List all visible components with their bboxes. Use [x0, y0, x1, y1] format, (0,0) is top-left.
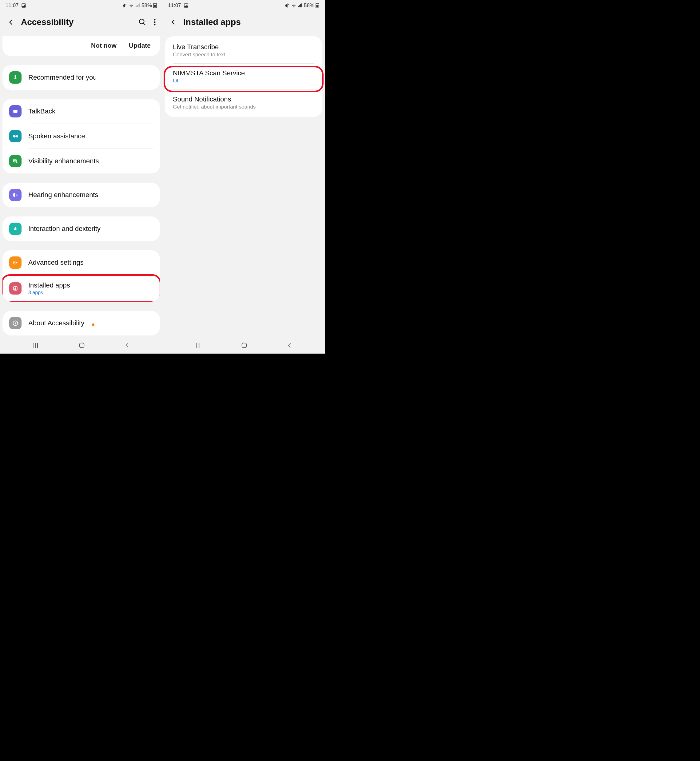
item-sub: Get notified about important sounds [173, 104, 314, 110]
phone-right: 11:07 58% Installed apps Live Transcribe… [162, 0, 325, 354]
apps-list: Live Transcribe Convert speech to text N… [165, 36, 322, 117]
svg-point-9 [154, 19, 156, 20]
row-label: Installed apps [28, 281, 153, 289]
list-item-nimmsta[interactable]: NIMMSTA Scan Service Off [165, 64, 322, 89]
svg-rect-13 [13, 110, 17, 113]
svg-rect-1 [136, 6, 136, 7]
page-title: Installed apps [183, 17, 318, 27]
row-sublabel: 3 apps [28, 290, 153, 295]
status-bar: 11:07 58% [162, 0, 325, 11]
update-bar: Not now Update [2, 36, 160, 56]
home-button[interactable] [241, 342, 248, 349]
row-spoken[interactable]: Spoken assistance [2, 124, 160, 148]
back-nav-button[interactable] [124, 342, 130, 348]
hearing-icon [9, 189, 22, 201]
battery-icon [316, 3, 319, 8]
signal-icon [298, 3, 303, 8]
row-interaction[interactable]: Interaction and dexterity [2, 217, 160, 241]
row-label: About Accessibility [28, 319, 153, 327]
battery-icon [153, 3, 157, 8]
item-title: Sound Notifications [173, 95, 314, 103]
svg-point-14 [13, 135, 16, 137]
signal-icon [135, 3, 140, 8]
svg-rect-31 [242, 343, 247, 348]
back-button[interactable] [169, 18, 178, 27]
svg-rect-26 [300, 4, 301, 7]
list-item[interactable]: Sound Notifications Get notified about i… [165, 90, 322, 115]
row-recommended[interactable]: Recommended for you [2, 65, 160, 90]
status-bar: 11:07 58% [0, 0, 162, 11]
item-title: Live Transcribe [173, 43, 314, 51]
svg-point-20 [15, 321, 16, 323]
person-icon [9, 71, 22, 84]
battery-percent: 58% [304, 2, 314, 9]
row-installed-apps[interactable]: Installed apps 3 apps [2, 275, 160, 302]
row-label: Hearing enhancements [28, 191, 153, 199]
svg-point-17 [14, 262, 16, 263]
row-label: Advanced settings [28, 259, 153, 267]
svg-rect-21 [15, 323, 16, 324]
svg-rect-2 [137, 5, 138, 7]
status-time: 11:07 [168, 2, 181, 9]
row-label: TalkBack [28, 107, 153, 115]
update-button[interactable]: Update [129, 42, 151, 49]
svg-point-10 [154, 22, 156, 23]
wifi-icon [291, 3, 297, 8]
row-label: Recommended for you [28, 73, 153, 81]
svg-rect-25 [299, 5, 300, 7]
svg-rect-24 [298, 6, 298, 7]
row-talkback[interactable]: TalkBack [2, 99, 160, 123]
interaction-icon [9, 223, 22, 235]
wifi-icon [128, 3, 134, 8]
battery-percent: 58% [141, 2, 152, 9]
svg-point-12 [14, 75, 16, 77]
home-button[interactable] [78, 342, 85, 349]
recents-button[interactable] [194, 342, 202, 349]
not-now-button[interactable]: Not now [91, 42, 117, 49]
more-icon[interactable] [154, 19, 156, 26]
row-label: Interaction and dexterity [28, 225, 153, 233]
header: Accessibility [0, 11, 162, 36]
row-advanced[interactable]: Advanced settings [2, 250, 160, 275]
svg-point-8 [139, 19, 144, 24]
picture-icon [21, 3, 26, 8]
svg-rect-4 [139, 3, 139, 7]
row-label: Spoken assistance [28, 132, 153, 140]
back-nav-button[interactable] [287, 342, 293, 348]
mute-icon [285, 3, 290, 8]
recents-button[interactable] [32, 342, 39, 349]
item-sub: Convert speech to text [173, 51, 314, 58]
visibility-icon [9, 155, 22, 167]
svg-rect-30 [316, 5, 319, 8]
about-icon [9, 317, 22, 329]
nav-bar [0, 337, 162, 354]
item-sub: Off [173, 78, 314, 84]
header: Installed apps [162, 11, 325, 36]
row-visibility[interactable]: Visibility enhancements [2, 149, 160, 173]
svg-rect-22 [80, 343, 84, 348]
notification-dot [92, 323, 94, 326]
svg-rect-7 [154, 5, 156, 8]
status-time: 11:07 [6, 2, 19, 9]
talkback-icon [9, 105, 22, 117]
nav-bar [162, 337, 325, 354]
item-title: NIMMSTA Scan Service [173, 69, 314, 77]
list-item[interactable]: Live Transcribe Convert speech to text [165, 37, 322, 63]
svg-point-11 [154, 24, 156, 25]
phone-left: 11:07 58% Accessibility Not now Update [0, 0, 162, 354]
spoken-icon [9, 130, 22, 142]
advanced-icon [9, 256, 22, 269]
svg-rect-6 [155, 3, 156, 3]
svg-rect-27 [301, 3, 302, 7]
search-icon[interactable] [138, 18, 146, 26]
installed-icon [9, 282, 22, 295]
back-button[interactable] [7, 18, 16, 27]
picture-icon [184, 3, 189, 8]
row-label: Visibility enhancements [28, 157, 153, 165]
svg-rect-3 [138, 4, 138, 7]
page-title: Accessibility [21, 17, 133, 27]
row-about[interactable]: About Accessibility [2, 311, 160, 335]
svg-rect-29 [317, 3, 318, 3]
mute-icon [122, 3, 127, 8]
row-hearing[interactable]: Hearing enhancements [2, 182, 160, 207]
